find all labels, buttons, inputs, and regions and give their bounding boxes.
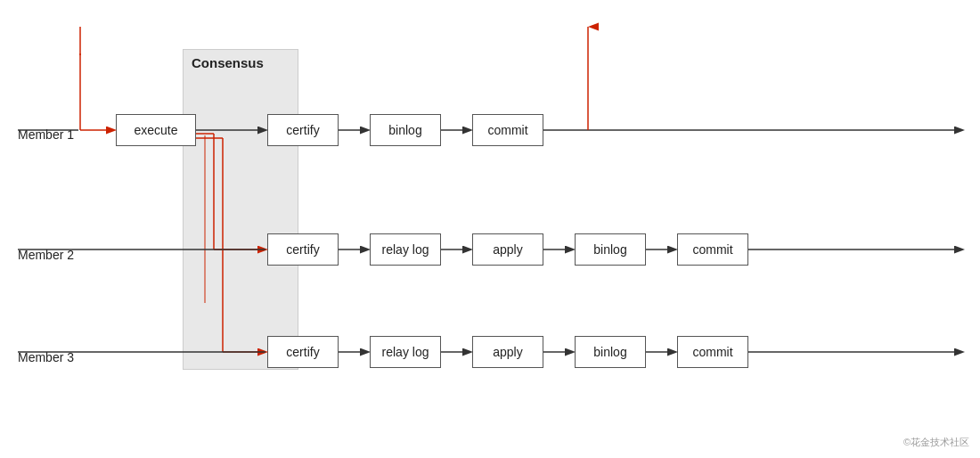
- m2-binlog-box: binlog: [575, 233, 646, 266]
- m2-commit-box: commit: [677, 233, 748, 266]
- watermark: ©花金技术社区: [903, 436, 969, 449]
- m3-apply-box: apply: [472, 336, 543, 368]
- member2-label: Member 2: [18, 248, 74, 262]
- m3-relaylog-box: relay log: [370, 336, 441, 368]
- diagram: Consensus Member 1 Member 2 Member 3 exe…: [0, 0, 980, 458]
- consensus-region: [183, 49, 298, 370]
- m1-binlog-box: binlog: [370, 114, 441, 146]
- execute-box: execute: [116, 114, 196, 146]
- m1-commit-box: commit: [472, 114, 543, 146]
- arrows-svg: [0, 0, 980, 458]
- m2-relaylog-box: relay log: [370, 233, 441, 266]
- consensus-label: Consensus: [192, 55, 264, 70]
- m1-certify-box: certify: [267, 114, 339, 146]
- m2-certify-box: certify: [267, 233, 339, 266]
- m3-certify-box: certify: [267, 336, 339, 368]
- member3-label: Member 3: [18, 350, 74, 364]
- m3-binlog-box: binlog: [575, 336, 646, 368]
- m3-commit-box: commit: [677, 336, 748, 368]
- member1-label: Member 1: [18, 127, 74, 142]
- m2-apply-box: apply: [472, 233, 543, 266]
